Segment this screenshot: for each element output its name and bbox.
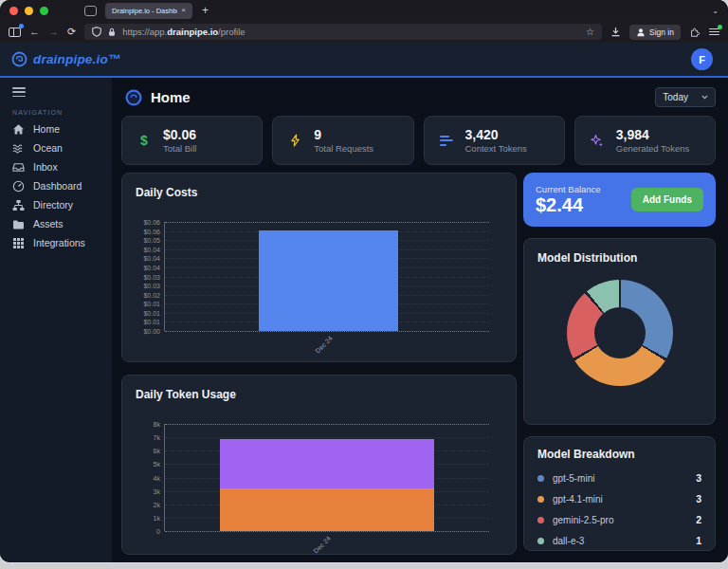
y-tick-label: 2k: [154, 501, 160, 507]
url-text: https://app.drainpipe.io/profile: [122, 27, 580, 37]
donut-hole: [594, 307, 646, 358]
notification-dot: [19, 24, 24, 28]
y-tick-label: $0.06: [143, 219, 160, 226]
waves-icon: [12, 142, 25, 155]
close-tab-icon[interactable]: ×: [181, 7, 186, 14]
sparkles-icon: [590, 134, 605, 148]
window-controls[interactable]: [9, 7, 48, 15]
lock-icon[interactable]: [107, 28, 117, 37]
sidebar-item-assets[interactable]: Assets: [0, 214, 112, 233]
model-breakdown-card: Model Breakdown gpt-5-mini3gpt-4.1-mini3…: [523, 436, 716, 551]
sidebar-item-label: Inbox: [33, 161, 58, 173]
app-header: drainpipe.io™ F: [0, 43, 728, 78]
nav-section-label: NAVIGATION: [12, 109, 112, 116]
chevron-down-icon: [701, 95, 708, 100]
sidebar-item-label: Home: [33, 123, 60, 135]
sidebar-item-dashboard[interactable]: Dashboard: [0, 176, 112, 195]
model-name: gpt-5-mini: [553, 473, 696, 484]
model-breakdown-row: gpt-4.1-mini3: [537, 488, 701, 509]
lightning-icon: [287, 134, 302, 147]
close-window-button[interactable]: [9, 7, 18, 15]
sidebar: NAVIGATION HomeOceanInboxDashboardDirect…: [0, 78, 112, 562]
reload-icon[interactable]: ⟳: [67, 27, 76, 37]
new-tab-button[interactable]: +: [202, 5, 209, 16]
daily-costs-card: Daily Costs $0.00$0.01$0.01$0.01$0.02$0.…: [121, 173, 517, 362]
y-tick-label: 8k: [154, 421, 160, 428]
stat-text: 3,984Generated Tokens: [616, 127, 689, 155]
sidebar-item-label: Integrations: [33, 237, 85, 248]
stat-card-total-bill: $$0.06Total Bill: [121, 116, 263, 165]
stats-row: $$0.06Total Bill9Total Requests3,420Cont…: [121, 116, 716, 165]
update-dot: [718, 25, 722, 29]
gridline: [165, 222, 489, 223]
zoom-window-button[interactable]: [40, 7, 48, 15]
sidebar-item-ocean[interactable]: Ocean: [0, 138, 112, 157]
back-icon[interactable]: ←: [29, 27, 40, 37]
stat-value: 9: [314, 127, 373, 143]
daily-token-usage-title: Daily Token Usage: [136, 388, 502, 401]
lines-icon: [439, 136, 454, 146]
minimize-window-button[interactable]: [25, 7, 33, 15]
sidebar-toggle-icon[interactable]: [9, 28, 21, 37]
bar-segment: [220, 439, 434, 488]
drainpipe-logo-icon: [11, 51, 27, 67]
model-breakdown-rows: gpt-5-mini3gpt-4.1-mini3gemini-2.5-pro2d…: [537, 468, 701, 551]
sidebar-collapse-icon[interactable]: [12, 87, 26, 97]
y-tick-label: 1k: [154, 514, 160, 521]
y-tick-label: $0.03: [143, 273, 160, 280]
model-distribution-card: Model Distribution: [523, 238, 716, 425]
add-funds-button[interactable]: Add Funds: [631, 188, 703, 211]
browser-window: Drainpipe.io - Dashboard × + ⌄ ← → ⟳ htt…: [0, 0, 728, 562]
menu-icon[interactable]: [709, 28, 719, 36]
model-count: 2: [696, 514, 701, 525]
legend-dot-icon: [537, 538, 544, 544]
downloads-icon[interactable]: [610, 27, 621, 37]
tab-bar: Drainpipe.io - Dashboard × + ⌄: [0, 0, 728, 21]
model-name: gemini-2.5-pro: [553, 515, 696, 525]
sidebar-item-label: Dashboard: [33, 180, 82, 192]
stat-card-context-tokens: 3,420Context Tokens: [424, 116, 565, 165]
app-logo-text[interactable]: drainpipe.io™: [33, 52, 121, 66]
page-logo-icon: [125, 89, 142, 106]
model-count: 3: [696, 493, 701, 505]
date-range-select[interactable]: Today: [655, 87, 716, 107]
sign-in-button[interactable]: Sign in: [629, 25, 681, 40]
stat-label: Context Tokens: [465, 143, 527, 154]
list-tabs-chevron-icon[interactable]: ⌄: [712, 7, 719, 15]
home-icon: [12, 123, 25, 136]
sidebar-item-directory[interactable]: Directory: [0, 195, 112, 214]
y-tick-label: $0.01: [143, 319, 160, 325]
y-tick-label: $0.06: [143, 228, 160, 234]
stat-card-generated-tokens: 3,984Generated Tokens: [574, 116, 716, 165]
sidebar-item-inbox[interactable]: Inbox: [0, 157, 112, 176]
shield-icon[interactable]: [92, 27, 101, 37]
legend-dot-icon: [537, 496, 544, 503]
page-title: Home: [151, 89, 191, 105]
stat-value: 3,420: [465, 127, 527, 143]
gauge-icon: [12, 180, 25, 193]
sidebar-item-home[interactable]: Home: [0, 119, 112, 138]
sidebar-nav: HomeOceanInboxDashboardDirectoryAssetsIn…: [0, 119, 112, 252]
y-tick-label: 0: [156, 528, 160, 535]
y-tick-label: $0.04: [143, 255, 160, 262]
avatar[interactable]: F: [691, 48, 713, 70]
dollar-icon: $: [136, 133, 152, 148]
y-tick-label: 6k: [154, 448, 160, 454]
y-tick-label: $0.00: [143, 328, 160, 335]
sidebar-item-integrations[interactable]: Integrations: [0, 233, 112, 252]
model-name: dall-e-3: [553, 536, 696, 546]
tab-drainpipe[interactable]: Drainpipe.io - Dashboard ×: [105, 3, 192, 19]
gridline: [165, 331, 489, 332]
extensions-icon[interactable]: [689, 27, 701, 38]
firefox-view-icon[interactable]: [84, 6, 97, 16]
model-name: gpt-4.1-mini: [553, 494, 696, 505]
stat-value: 3,984: [616, 127, 689, 143]
forward-icon[interactable]: →: [48, 27, 59, 37]
x-tick-label: Dec 24: [312, 535, 332, 555]
stat-label: Generated Tokens: [616, 143, 689, 154]
y-tick-label: $0.04: [143, 264, 160, 270]
sidebar-item-label: Assets: [33, 218, 64, 229]
browser-toolbar: ← → ⟳ https://app.drainpipe.io/profile ☆…: [0, 21, 728, 43]
bookmark-star-icon[interactable]: ☆: [586, 27, 594, 37]
address-bar[interactable]: https://app.drainpipe.io/profile ☆: [84, 24, 602, 40]
